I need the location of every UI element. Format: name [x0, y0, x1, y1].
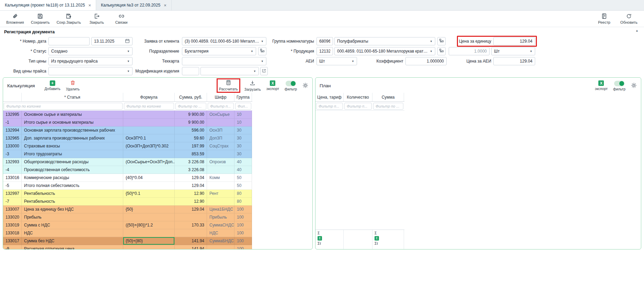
cell-article[interactable]: НДС: [22, 229, 123, 237]
column-header-id[interactable]: [3, 93, 22, 101]
cell-formula[interactable]: (ОснСырье+ОснЗП+Доп...: [123, 158, 175, 166]
export-excel-button[interactable]: X экспорт: [266, 80, 279, 91]
cell-id[interactable]: 133000: [3, 142, 22, 150]
price-list-kind-select[interactable]: ▼: [48, 67, 133, 75]
table-row[interactable]: 132997 Рентабельность {50}*0.1 12.90 Рен…: [3, 190, 252, 198]
export-excel-button[interactable]: X экспорт: [595, 80, 608, 91]
cell-article[interactable]: Основная зарплата производственных рабоч…: [22, 126, 123, 134]
cell-article[interactable]: Цена за единицу без НДС: [22, 205, 123, 213]
cell-sum[interactable]: 129.04: [175, 205, 207, 213]
table-row[interactable]: 133007 Цена за единицу без НДС {50} 129.…: [3, 205, 252, 213]
collapse-section-icon[interactable]: ▲: [635, 29, 639, 32]
department-select[interactable]: Бухгалтерия ▼: [182, 47, 256, 55]
cell-id[interactable]: -5: [3, 182, 22, 190]
footer-aggregate-sum[interactable]: Σ Σ Στ: [372, 230, 404, 249]
registry-button[interactable]: Реестр: [595, 13, 613, 24]
delete-row-button[interactable]: Удалить: [66, 80, 80, 91]
cell-article[interactable]: Общепроизводственные расходы: [22, 158, 123, 166]
tab-calculation-project[interactable]: Калькуляция (проект №118) от 13.11.2025 …: [0, 0, 96, 10]
cell-formula[interactable]: [123, 111, 175, 119]
table-row[interactable]: 132995 Основное сырье и материалы 9 900.…: [3, 111, 252, 119]
table-row[interactable]: -9 Расчетная отпускная цена 141.94 100: [3, 245, 252, 249]
modification-code-input[interactable]: [182, 67, 199, 75]
tab-close-icon[interactable]: ×: [164, 3, 166, 8]
cell-article[interactable]: Прибыль: [22, 213, 123, 221]
table-row[interactable]: -3 Итого трудозатраты 853.59 30: [3, 150, 252, 158]
links-button[interactable]: Связки: [113, 13, 130, 24]
table-row[interactable]: -5 Итого полная себестоимость 129.04 50: [3, 182, 252, 190]
cell-sum[interactable]: [175, 229, 207, 237]
aei-price-input[interactable]: [493, 57, 535, 65]
cell-code[interactable]: Цена1БНДС: [207, 205, 234, 213]
table-row[interactable]: 132993 Общепроизводственные расходы (Осн…: [3, 158, 252, 166]
table-row[interactable]: 133000 Страховые взносы (ОснЗП+ДопЗП)*0.…: [3, 142, 252, 150]
table-row[interactable]: -1 Итого сырье и основные материалы 9 90…: [3, 119, 252, 126]
cell-code[interactable]: [207, 150, 234, 158]
status-select[interactable]: Создано ▼: [48, 47, 133, 55]
cell-article[interactable]: Рентабельность: [22, 190, 123, 198]
table-row[interactable]: 132965 Доп. зарплата производственных ра…: [3, 134, 252, 142]
quantity-input[interactable]: [449, 47, 490, 55]
filter-input-code[interactable]: [208, 103, 234, 110]
cell-formula[interactable]: [123, 166, 175, 174]
cell-code[interactable]: ОснСырье: [207, 111, 234, 119]
cell-id[interactable]: 132965: [3, 134, 22, 142]
cell-code[interactable]: СоцСтрах: [207, 142, 234, 150]
filter-toggle[interactable]: фильтр: [285, 80, 297, 91]
save-close-button[interactable]: Сохр.Закрыть: [57, 13, 81, 24]
cell-article[interactable]: Сумма без НДС: [22, 237, 123, 245]
cell-code[interactable]: ОснЗП: [207, 126, 234, 134]
cell-group[interactable]: 40: [234, 166, 252, 174]
cell-group[interactable]: 10: [234, 119, 252, 126]
column-header-group[interactable]: Группа: [234, 93, 252, 101]
cell-code[interactable]: [207, 119, 234, 126]
unit-select[interactable]: Шт ▼: [491, 47, 535, 55]
refresh-button[interactable]: Обновить: [620, 13, 638, 24]
save-button[interactable]: Сохранить: [31, 13, 50, 24]
modification-open-button[interactable]: [260, 67, 268, 75]
department-tree-button[interactable]: [258, 47, 266, 55]
cell-group[interactable]: 30: [234, 142, 252, 150]
nomenclature-group-select[interactable]: Полуфабрикаты ▼: [334, 37, 435, 45]
footer-aggregate-price[interactable]: Σ Σ Στ: [315, 230, 344, 249]
cell-article[interactable]: Коммерческие расходы: [22, 174, 123, 182]
cell-sum[interactable]: 3 226.08: [175, 166, 207, 174]
cell-code[interactable]: ДопЗП: [207, 134, 234, 142]
cell-formula[interactable]: [123, 150, 175, 158]
tab-close-icon[interactable]: ×: [88, 3, 91, 8]
cell-article[interactable]: Расчетная отпускная цена: [22, 245, 123, 249]
cell-group[interactable]: 80: [234, 190, 252, 198]
filter-input-article[interactable]: [4, 103, 123, 110]
cell-formula[interactable]: [123, 229, 175, 237]
column-header-price[interactable]: Цена, тариф: [315, 93, 344, 101]
column-header-sum[interactable]: Сумма, руб.: [175, 93, 207, 101]
nomenclature-group-code-input[interactable]: [317, 37, 333, 45]
cell-group[interactable]: 40: [234, 158, 252, 166]
cell-id[interactable]: 133017: [3, 237, 22, 245]
cell-group[interactable]: 100: [234, 237, 252, 245]
cell-id[interactable]: 132993: [3, 158, 22, 166]
table-row[interactable]: 133020 Прибыль Прибыль 100: [3, 213, 252, 221]
cell-sum[interactable]: 596.00: [175, 126, 207, 134]
cell-group[interactable]: 100: [234, 205, 252, 213]
cell-formula[interactable]: {50}*0.1: [123, 190, 175, 198]
filter-input-sum[interactable]: [175, 103, 206, 110]
cell-id[interactable]: 133007: [3, 205, 22, 213]
attachments-button[interactable]: Вложения: [6, 13, 24, 24]
cell-code[interactable]: СуммаБНДС: [207, 237, 234, 245]
cell-article[interactable]: Итого трудозатраты: [22, 150, 123, 158]
cell-formula[interactable]: {50}+{80}: [123, 237, 175, 245]
cell-sum[interactable]: 141.94: [175, 245, 207, 249]
cell-formula[interactable]: {40}*0.04: [123, 174, 175, 182]
cell-group[interactable]: 10: [234, 111, 252, 119]
table-row[interactable]: 133017 Сумма без НДС {50}+{80} 141.94 Су…: [3, 237, 252, 245]
cell-sum[interactable]: 59.60: [175, 134, 207, 142]
cell-formula[interactable]: [123, 245, 175, 249]
aei-select[interactable]: Шт ▼: [317, 57, 357, 65]
filter-input-sum[interactable]: [373, 103, 403, 110]
cell-code[interactable]: Опроизв: [207, 158, 234, 166]
footer-aggregate-quantity[interactable]: [344, 230, 372, 249]
cell-id[interactable]: -9: [3, 245, 22, 249]
cell-sum[interactable]: 170.33: [175, 221, 207, 229]
cell-id[interactable]: 132997: [3, 190, 22, 198]
